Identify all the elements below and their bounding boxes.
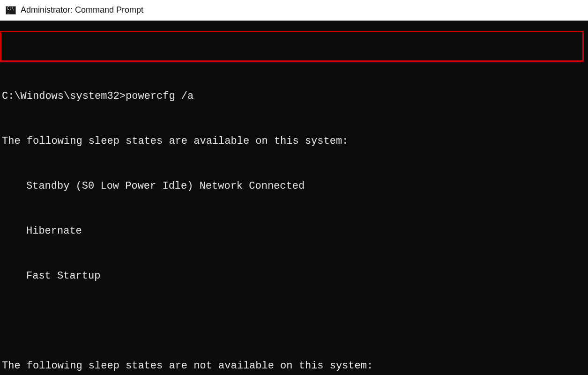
cmd-icon bbox=[6, 6, 16, 15]
command-text: powercfg /a bbox=[126, 90, 194, 102]
available-header: The following sleep states are available… bbox=[2, 134, 588, 149]
highlight-annotation bbox=[0, 31, 584, 62]
terminal[interactable]: C:\Windows\system32>powercfg /a The foll… bbox=[0, 21, 588, 375]
window-title: Administrator: Command Prompt bbox=[21, 5, 143, 15]
cmd-window: Administrator: Command Prompt C:\Windows… bbox=[0, 0, 588, 375]
available-fast-startup: Fast Startup bbox=[2, 269, 100, 284]
not-available-header: The following sleep states are not avail… bbox=[2, 359, 588, 374]
prompt-text: C:\Windows\system32> bbox=[2, 90, 126, 102]
prompt-line: C:\Windows\system32>powercfg /a bbox=[2, 89, 588, 104]
titlebar: Administrator: Command Prompt bbox=[0, 0, 588, 21]
available-s0: Standby (S0 Low Power Idle) Network Conn… bbox=[2, 179, 305, 194]
available-hibernate: Hibernate bbox=[2, 224, 82, 239]
